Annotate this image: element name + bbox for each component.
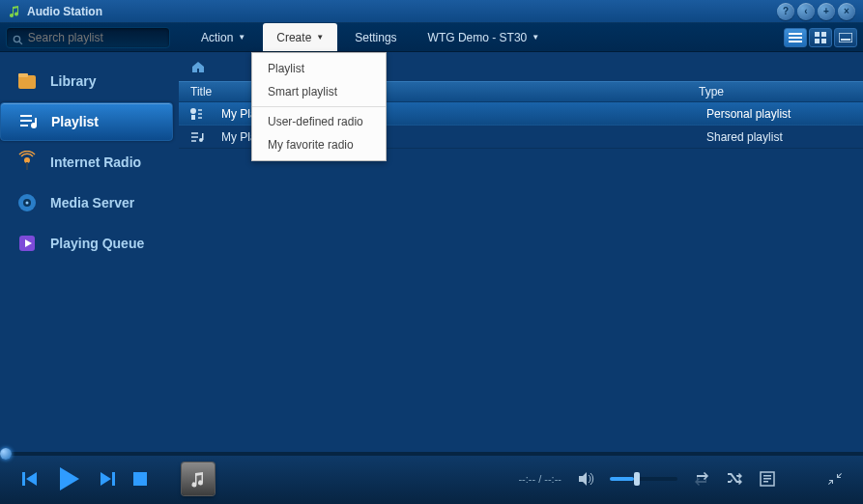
- media-server-icon: [15, 191, 39, 214]
- create-user-radio[interactable]: User-defined radio: [252, 110, 386, 133]
- prev-button[interactable]: [19, 468, 41, 490]
- view-list-button[interactable]: [784, 28, 807, 47]
- svg-point-25: [190, 108, 196, 114]
- svg-rect-34: [133, 472, 147, 486]
- svg-rect-5: [815, 32, 820, 37]
- volume-slider[interactable]: [610, 477, 677, 481]
- app-title: Audio Station: [27, 5, 102, 18]
- svg-rect-39: [763, 481, 768, 483]
- svg-rect-9: [839, 33, 852, 42]
- svg-rect-2: [789, 33, 802, 35]
- svg-rect-26: [191, 115, 195, 120]
- sidebar-item-media-server[interactable]: Media Server: [0, 183, 173, 222]
- collapse-button[interactable]: [826, 470, 844, 488]
- search-box[interactable]: [6, 27, 170, 48]
- svg-rect-8: [821, 39, 826, 43]
- next-button[interactable]: [97, 468, 118, 490]
- scrubber-knob[interactable]: [0, 448, 12, 460]
- row-type: Shared playlist: [706, 130, 783, 144]
- playlist-row-icon: [188, 129, 204, 145]
- svg-marker-30: [26, 472, 37, 486]
- lyrics-button[interactable]: [759, 470, 776, 488]
- create-dropdown: Playlist Smart playlist User-defined rad…: [251, 52, 387, 161]
- playlist-row-icon: [188, 106, 204, 122]
- create-playlist[interactable]: Playlist: [252, 57, 386, 80]
- now-playing-cover: [182, 462, 215, 495]
- radio-icon: [15, 151, 39, 174]
- svg-point-0: [14, 36, 19, 42]
- svg-rect-17: [35, 118, 37, 126]
- svg-marker-31: [60, 467, 79, 490]
- stop-button[interactable]: [131, 470, 149, 488]
- settings-button[interactable]: Settings: [341, 23, 410, 51]
- home-icon[interactable]: [190, 59, 206, 74]
- repeat-button[interactable]: [693, 470, 710, 488]
- player-bar: --:-- / --:--: [0, 452, 863, 504]
- svg-rect-28: [202, 133, 204, 140]
- row-type: Personal playlist: [706, 107, 791, 121]
- svg-rect-37: [763, 475, 771, 477]
- volume-icon[interactable]: [577, 470, 594, 488]
- caret-down-icon: ▼: [316, 33, 324, 42]
- close-button[interactable]: ×: [838, 3, 855, 20]
- view-player-button[interactable]: [834, 28, 857, 47]
- svg-rect-14: [20, 120, 32, 122]
- svg-rect-6: [821, 32, 826, 37]
- main-panel: Title Type My PlaylistPersonal playlistM…: [179, 52, 863, 452]
- svg-rect-3: [789, 37, 802, 39]
- svg-marker-32: [101, 472, 111, 486]
- title-bar: Audio Station ? ‹ + ×: [0, 0, 863, 23]
- create-fav-radio[interactable]: My favorite radio: [252, 133, 386, 156]
- sidebar: Library Playlist Internet Radio Media Se…: [0, 52, 179, 452]
- svg-rect-38: [763, 478, 771, 480]
- help-button[interactable]: ?: [777, 3, 794, 20]
- shuffle-button[interactable]: [726, 470, 743, 488]
- sidebar-item-playlist[interactable]: Playlist: [0, 102, 173, 141]
- caret-down-icon: ▼: [532, 33, 539, 42]
- app-icon: [8, 5, 21, 18]
- search-icon: [13, 32, 23, 43]
- svg-rect-7: [815, 39, 820, 43]
- caret-down-icon: ▼: [238, 33, 245, 42]
- svg-rect-13: [20, 115, 32, 117]
- create-smart-playlist[interactable]: Smart playlist: [252, 80, 386, 103]
- create-menu[interactable]: Create▼: [263, 23, 337, 51]
- svg-rect-19: [26, 162, 28, 170]
- minimize-button[interactable]: ‹: [797, 3, 815, 20]
- svg-rect-29: [22, 472, 25, 486]
- library-icon: [15, 70, 39, 93]
- toolbar: Action▼ Create▼ Settings WTG Demo - ST30…: [0, 23, 863, 52]
- view-grid-button[interactable]: [809, 28, 832, 47]
- volume-knob[interactable]: [634, 472, 640, 486]
- scrubber[interactable]: [0, 452, 863, 456]
- play-button[interactable]: [54, 464, 83, 493]
- column-type[interactable]: Type: [691, 85, 724, 98]
- sidebar-item-queue[interactable]: Playing Queue: [0, 224, 173, 263]
- device-selector[interactable]: WTG Demo - ST30▼: [415, 23, 554, 51]
- time-display: --:-- / --:--: [518, 473, 561, 485]
- svg-point-22: [26, 202, 29, 205]
- svg-rect-12: [18, 73, 28, 77]
- svg-rect-10: [841, 39, 850, 41]
- svg-rect-33: [112, 472, 115, 486]
- svg-rect-4: [789, 41, 802, 42]
- playlist-icon: [16, 110, 40, 133]
- search-input[interactable]: [28, 31, 163, 44]
- action-menu[interactable]: Action▼: [187, 23, 259, 51]
- sidebar-item-radio[interactable]: Internet Radio: [0, 143, 173, 182]
- sidebar-item-library[interactable]: Library: [0, 62, 173, 100]
- svg-rect-15: [20, 125, 28, 126]
- queue-icon: [15, 232, 39, 255]
- svg-rect-11: [18, 75, 36, 89]
- maximize-button[interactable]: +: [818, 3, 835, 20]
- svg-marker-35: [579, 472, 587, 486]
- svg-line-1: [19, 42, 22, 44]
